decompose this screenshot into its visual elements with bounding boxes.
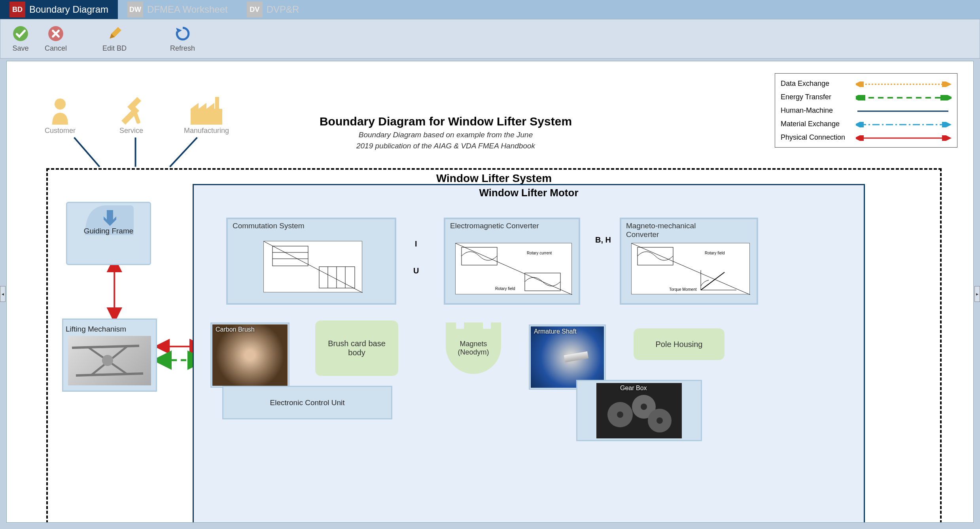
svg-line-13 — [170, 138, 197, 167]
refresh-icon — [174, 25, 191, 42]
node-label: Electromagnetic Converter — [450, 222, 539, 230]
legend-sample-energy — [856, 94, 952, 100]
node-guiding-frame[interactable]: Guiding Frame — [66, 202, 151, 265]
legend-label: Physical Connection — [781, 133, 856, 142]
tab-label: DVP&R — [267, 4, 299, 15]
factory-icon — [191, 97, 222, 125]
legend: Data Exchange Energy Transfer Human-Mach… — [775, 73, 957, 148]
x-circle-icon — [47, 25, 64, 42]
node-label: Pole Housing — [656, 340, 703, 349]
node-label: Armature Shaft — [534, 328, 577, 335]
pencil-icon — [106, 25, 123, 42]
refresh-button[interactable]: Refresh — [170, 25, 195, 53]
commutation-graphic — [263, 241, 362, 292]
node-label: Commutation System — [233, 222, 305, 230]
svg-line-32 — [76, 374, 143, 375]
node-commutation-system[interactable]: Commutation System — [226, 218, 396, 305]
lifting-mechanism-image — [68, 336, 151, 385]
legend-label: Energy Transfer — [781, 93, 856, 101]
tab-label: Boundary Diagram — [29, 4, 108, 15]
em-converter-graphic: Rotary currentRotary field — [455, 243, 572, 294]
toolbar-label: Save — [12, 44, 28, 53]
toolbar-label: Cancel — [45, 44, 67, 53]
tab-bar: BD Boundary Diagram DW DFMEA Worksheet D… — [0, 0, 980, 19]
svg-text:Rotary field: Rotary field — [705, 251, 725, 255]
actor-service[interactable]: Service — [110, 97, 153, 135]
toolbar-label: Refresh — [170, 44, 195, 53]
svg-line-11 — [74, 138, 100, 167]
save-button[interactable]: Save — [12, 25, 29, 53]
title-sub1: Boundary Diagram based on example from t… — [284, 131, 608, 139]
tab-dfmea-worksheet[interactable]: DW DFMEA Worksheet — [118, 0, 237, 19]
dw-icon: DW — [127, 2, 143, 17]
node-gear-box[interactable]: Gear Box — [576, 380, 702, 441]
node-carbon-brush[interactable]: Carbon Brush — [210, 322, 289, 388]
check-circle-icon — [12, 25, 29, 42]
svg-rect-9 — [191, 109, 222, 125]
diagram-canvas[interactable]: Data Exchange Energy Transfer Human-Mach… — [6, 61, 974, 523]
scroll-right-handle[interactable]: ▸ — [974, 286, 980, 302]
actor-manufacturing[interactable]: Manufacturing — [177, 97, 236, 135]
svg-point-60 — [641, 404, 647, 410]
legend-label: Data Exchange — [781, 80, 856, 88]
legend-sample-human — [856, 108, 952, 113]
diagram-title: Boundary Diagram for Window Lifter Syste… — [284, 115, 608, 150]
title-main: Boundary Diagram for Window Lifter Syste… — [284, 115, 608, 128]
node-label: Electronic Control Unit — [270, 398, 344, 407]
legend-sample-material — [856, 121, 952, 127]
svg-text:Rotary current: Rotary current — [527, 251, 552, 255]
svg-point-0 — [13, 26, 28, 41]
gear-box-image: Gear Box — [596, 383, 682, 438]
workspace: ◂ ▸ Data Exchange Energy Transfer Human-… — [0, 59, 980, 529]
actor-label: Manufacturing — [177, 127, 236, 135]
bd-icon: BD — [9, 2, 25, 17]
node-label: Magneto-mechanical Converter — [626, 222, 705, 239]
edge-label-u: U — [413, 266, 419, 275]
edit-bd-button[interactable]: Edit BD — [102, 25, 127, 53]
legend-sample-data — [856, 81, 952, 86]
svg-rect-40 — [319, 267, 355, 288]
actor-customer[interactable]: Customer — [38, 97, 82, 135]
node-label: Brush card base body — [318, 339, 395, 357]
svg-line-36 — [264, 241, 363, 293]
svg-point-35 — [102, 355, 113, 366]
dv-icon: DV — [247, 2, 263, 17]
svg-text:Rotary field: Rotary field — [495, 286, 515, 291]
svg-point-7 — [55, 99, 66, 110]
svg-text:Torque Moment: Torque Moment — [669, 287, 697, 292]
node-label: Lifting Mechanism — [66, 325, 126, 334]
node-brush-card-base-body[interactable]: Brush card base body — [315, 320, 398, 376]
node-lifting-mechanism[interactable]: Lifting Mechanism — [62, 319, 157, 392]
tab-dvpr[interactable]: DV DVP&R — [237, 0, 309, 19]
carbon-brush-image: Carbon Brush — [212, 324, 288, 386]
legend-label: Material Exchange — [781, 120, 856, 128]
legend-sample-physical — [856, 135, 952, 140]
armature-shaft-image: Armature Shaft — [531, 326, 604, 388]
svg-rect-37 — [272, 246, 308, 266]
tab-label: DFMEA Worksheet — [147, 4, 228, 15]
svg-point-59 — [617, 411, 623, 418]
node-label: Carbon Brush — [216, 326, 255, 333]
edge-label-i: I — [415, 239, 417, 248]
svg-rect-8 — [133, 112, 141, 124]
title-sub2: 2019 publication of the AIAG & VDA FMEA … — [284, 142, 608, 150]
svg-rect-10 — [215, 97, 219, 111]
node-electromagnetic-converter[interactable]: Electromagnetic Converter Rotary current… — [444, 218, 580, 305]
node-ecu[interactable]: Electronic Control Unit — [222, 386, 392, 419]
svg-point-61 — [656, 417, 663, 424]
boundary-label: Window Lifter System — [48, 172, 940, 185]
node-label: Guiding Frame — [84, 227, 134, 235]
tab-boundary-diagram[interactable]: BD Boundary Diagram — [0, 0, 118, 19]
toolbar: Save Cancel Edit BD Refresh — [0, 19, 980, 59]
actor-label: Service — [110, 127, 153, 135]
motor-label: Window Lifter Motor — [194, 187, 864, 199]
scroll-left-handle[interactable]: ◂ — [0, 286, 6, 302]
toolbar-label: Edit BD — [102, 44, 127, 53]
svg-line-31 — [72, 346, 139, 348]
cancel-button[interactable]: Cancel — [45, 25, 67, 53]
edge-label-bh: B, H — [595, 235, 611, 245]
node-magneto-mechanical-converter[interactable]: Magneto-mechanical Converter Rotary fiel… — [620, 218, 758, 305]
node-pole-housing[interactable]: Pole Housing — [634, 328, 725, 360]
legend-label: Human-Machine — [781, 106, 856, 115]
actor-label: Customer — [38, 127, 82, 135]
